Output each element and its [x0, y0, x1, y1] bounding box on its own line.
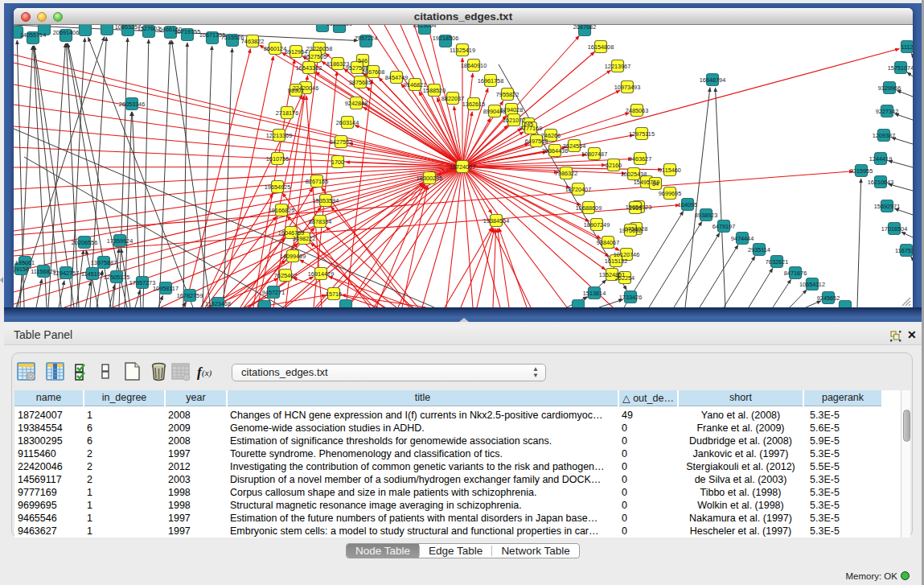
- svg-text:(x): (x): [202, 368, 212, 378]
- svg-text:20691406: 20691406: [53, 29, 79, 36]
- svg-text:16961758: 16961758: [478, 77, 503, 84]
- svg-text:16782759: 16782759: [177, 292, 203, 299]
- svg-text:8660124: 8660124: [264, 45, 286, 52]
- svg-text:15353594: 15353594: [313, 197, 339, 204]
- svg-text:2087682: 2087682: [573, 25, 596, 31]
- svg-text:1965: 1965: [629, 204, 642, 212]
- svg-text:9245652: 9245652: [817, 295, 840, 302]
- svg-text:746266: 746266: [541, 132, 561, 139]
- svg-text:19384554: 19384554: [483, 217, 509, 225]
- svg-text:10807487: 10807487: [581, 150, 607, 158]
- svg-text:11325419: 11325419: [450, 47, 475, 54]
- svg-text:9329966: 9329966: [878, 84, 901, 92]
- svg-text:1615132: 1615132: [605, 257, 627, 265]
- svg-text:9699695: 9699695: [659, 190, 681, 197]
- svg-text:9242848: 9242848: [345, 100, 368, 107]
- svg-text:9474444: 9474444: [731, 235, 754, 242]
- svg-text:16210643: 16210643: [868, 179, 893, 186]
- svg-text:10719155: 10719155: [175, 28, 200, 35]
- svg-text:14055714: 14055714: [20, 31, 46, 39]
- svg-text:1527602: 1527602: [138, 25, 160, 32]
- svg-text:164095: 164095: [678, 201, 697, 208]
- svg-text:7986322: 7986322: [555, 170, 577, 177]
- svg-text:9884067: 9884067: [597, 239, 619, 246]
- svg-text:15692971: 15692971: [874, 203, 900, 210]
- svg-text:1513614: 1513614: [583, 290, 606, 297]
- svg-text:12213369: 12213369: [266, 132, 292, 139]
- svg-text:546: 546: [358, 57, 368, 64]
- svg-text:23226058: 23226058: [306, 45, 332, 52]
- svg-text:2867608: 2867608: [362, 68, 384, 76]
- svg-text:3498222: 3498222: [293, 235, 315, 242]
- svg-text:1975692: 1975692: [619, 227, 642, 234]
- svg-text:9777169: 9777169: [519, 125, 542, 132]
- svg-text:7957224: 7957224: [355, 35, 377, 42]
- svg-text:17957273: 17957273: [129, 279, 155, 286]
- svg-text:6794028: 6794028: [500, 106, 523, 113]
- svg-text:98901: 98901: [288, 87, 304, 94]
- svg-text:1362615: 1362615: [462, 101, 485, 108]
- svg-text:7485063: 7485063: [626, 107, 648, 114]
- svg-text:12975115: 12975115: [629, 130, 655, 138]
- svg-text:62160: 62160: [606, 162, 622, 169]
- svg-text:19218506: 19218506: [433, 35, 458, 42]
- svg-text:10688609: 10688609: [576, 204, 602, 212]
- svg-text:7632621: 7632621: [766, 258, 788, 266]
- svg-text:7955822: 7955822: [496, 91, 519, 98]
- svg-text:1733426: 1733426: [619, 294, 642, 301]
- svg-text:39154: 39154: [14, 266, 29, 273]
- svg-text:14099489: 14099489: [280, 253, 306, 260]
- svg-text:1244419: 1244419: [869, 155, 892, 163]
- svg-text:18720407: 18720407: [565, 186, 591, 193]
- svg-text:8878334: 8878334: [309, 218, 331, 225]
- svg-text:18907249: 18907249: [584, 221, 610, 229]
- svg-text:20206556: 20206556: [72, 239, 97, 246]
- svg-text:10958117: 10958117: [153, 285, 179, 292]
- svg-text:15716: 15716: [326, 290, 342, 298]
- svg-text:17016504: 17016504: [881, 225, 907, 233]
- svg-text:8427552: 8427552: [330, 138, 352, 146]
- svg-text:18724007: 18724007: [450, 163, 475, 171]
- svg-text:9527505: 9527505: [304, 53, 326, 60]
- svg-text:64: 64: [652, 180, 659, 187]
- svg-text:8813054: 8813054: [413, 25, 436, 29]
- svg-text:8822037: 8822037: [441, 95, 464, 102]
- svg-text:16543362: 16543362: [296, 64, 322, 72]
- svg-text:15751074: 15751074: [888, 64, 913, 72]
- svg-text:10654112: 10654112: [799, 281, 825, 288]
- svg-text:9227342: 9227342: [876, 108, 898, 115]
- svg-text:8267155: 8267155: [306, 178, 328, 185]
- svg-text:11923468: 11923468: [205, 300, 231, 307]
- svg-text:1112: 1112: [901, 43, 913, 51]
- svg-text:8454749: 8454749: [385, 74, 408, 81]
- svg-text:19654925: 19654925: [265, 183, 290, 191]
- svg-text:7625402: 7625402: [274, 272, 297, 279]
- svg-text:12213967: 12213967: [605, 63, 630, 70]
- svg-text:16154808: 16154808: [588, 43, 614, 51]
- svg-text:1588520: 1588520: [423, 87, 446, 94]
- svg-text:1700: 1700: [331, 159, 344, 166]
- svg-text:9457271: 9457271: [262, 289, 285, 296]
- svg-text:18640910: 18640910: [461, 62, 487, 69]
- svg-text:18300295: 18300295: [417, 175, 442, 182]
- svg-text:9115460: 9115460: [659, 167, 681, 174]
- svg-text:7463822: 7463822: [241, 38, 264, 45]
- svg-text:8471676: 8471676: [784, 270, 807, 277]
- svg-text:6479197: 6479197: [713, 223, 735, 230]
- svg-text:16914479: 16914479: [308, 270, 334, 278]
- svg-text:2718176: 2718176: [276, 109, 298, 117]
- svg-text:16033809: 16033809: [326, 25, 352, 27]
- svg-text:2935114: 2935114: [748, 246, 770, 253]
- svg-text:1610755: 1610755: [266, 155, 289, 163]
- svg-text:3875685: 3875685: [349, 79, 372, 86]
- svg-text:1209387: 1209387: [873, 132, 895, 139]
- svg-text:19166825: 19166825: [269, 207, 294, 214]
- svg-text:17359924: 17359924: [107, 237, 133, 245]
- svg-text:3215955: 3215955: [850, 167, 873, 175]
- svg-text:9463627: 9463627: [629, 155, 651, 163]
- svg-text:3624554: 3624554: [563, 142, 585, 150]
- svg-text:1167534: 1167534: [895, 247, 913, 254]
- svg-text:252254: 252254: [615, 274, 634, 282]
- svg-text:1145194: 1145194: [81, 270, 104, 278]
- svg-text:10025438: 10025438: [621, 171, 647, 178]
